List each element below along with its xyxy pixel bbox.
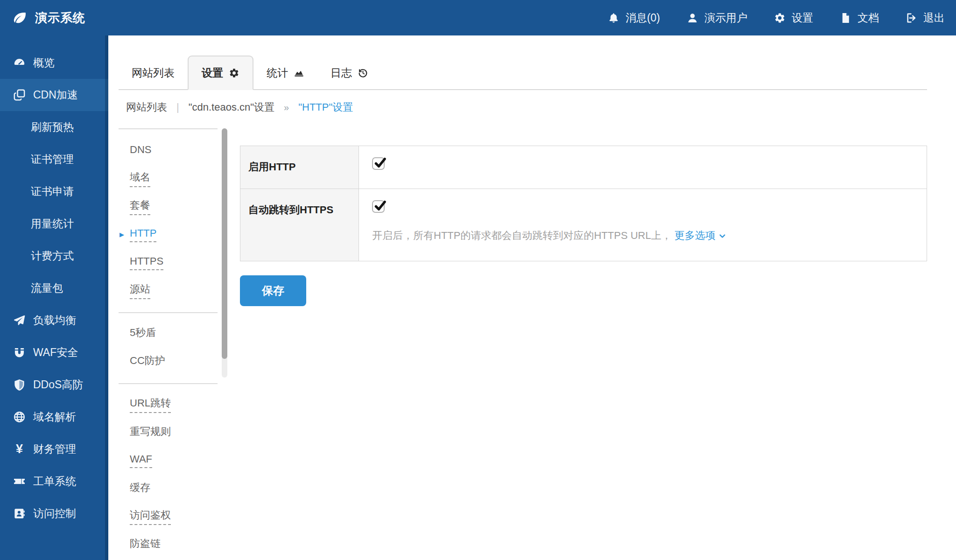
sidebar-item-label: 概览 — [33, 56, 55, 70]
sidebar-item[interactable]: 概览 — [0, 47, 108, 79]
content-body: DNS 域名 套餐 HTTP HTTPS — [119, 128, 927, 559]
sidebar-item[interactable]: WAF安全 — [0, 336, 108, 369]
sidebar-item-label: 计费方式 — [31, 249, 74, 263]
breadcrumb: 网站列表 | "cdn.teaos.cn"设置 » "HTTP"设置 — [126, 97, 927, 118]
more-options-label: 更多选项 — [675, 229, 716, 243]
leaf-icon — [13, 11, 27, 25]
submenu-item[interactable]: 域名 — [119, 165, 218, 193]
sidebar-item-label: 证书申请 — [31, 184, 74, 199]
submenu-item[interactable]: 套餐 — [119, 193, 218, 221]
breadcrumb-separator: | — [176, 101, 179, 113]
submenu-item-label: DNS — [130, 144, 151, 158]
submenu-item-label: 源站 — [130, 282, 150, 299]
submenu-item[interactable]: CC防护 — [119, 348, 218, 376]
settings-table: 启用HTTP — [240, 146, 927, 261]
topbar-item[interactable]: 设置 — [774, 11, 813, 25]
submenu-item-label: 重写规则 — [130, 425, 171, 441]
sidebar-item[interactable]: CDN加速 — [0, 79, 108, 111]
tab[interactable]: 统计 — [253, 56, 317, 90]
submenu-divider — [119, 312, 218, 313]
sidebar-item[interactable]: 证书管理 — [0, 143, 108, 175]
chevron-down-icon — [718, 231, 727, 240]
submenu-item[interactable]: 访问鉴权 — [119, 503, 218, 531]
submenu-item-label: 访问鉴权 — [130, 508, 171, 525]
submenu-scrollbar — [222, 128, 227, 378]
sidebar: 概览 CDN加速 刷新预热 证书管理 证书申请 用量统计 计费方式 — [0, 35, 108, 560]
sidebar-item[interactable]: ¥ 财务管理 — [0, 433, 108, 465]
app-logo[interactable]: 演示系统 — [0, 10, 85, 26]
sidebar-item-label: 访问控制 — [33, 506, 76, 521]
check-icon — [373, 199, 387, 212]
submenu-group-basic: DNS 域名 套餐 HTTP HTTPS — [119, 137, 218, 305]
save-button[interactable]: 保存 — [240, 275, 306, 306]
sidebar-item[interactable]: 用量统计 — [0, 208, 108, 240]
submenu-item[interactable]: WAF — [119, 447, 218, 475]
topbar-item[interactable]: 退出 — [906, 11, 945, 25]
submenu-item-label: 套餐 — [130, 198, 150, 215]
topbar-item[interactable]: 演示用户 — [687, 11, 747, 25]
clone-icon — [13, 89, 26, 101]
sidebar-item[interactable]: 域名解析 — [0, 401, 108, 433]
gauge-icon — [13, 56, 26, 69]
breadcrumb-site-settings[interactable]: "cdn.teaos.cn"设置 — [189, 100, 274, 114]
sidebar-item[interactable]: 计费方式 — [0, 240, 108, 272]
tab[interactable]: 网站列表 — [119, 56, 188, 90]
bell-icon — [608, 12, 619, 24]
submenu-item[interactable]: 重写规则 — [119, 419, 218, 447]
sidebar-item[interactable]: 刷新预热 — [0, 111, 108, 143]
settings-row: 自动跳转到HTTPS 开启后，所有HTTP的请求都会自动跳转到对应的HTTPS … — [240, 189, 927, 261]
user-icon — [687, 12, 698, 24]
ticket-icon — [13, 475, 26, 488]
chart-area-icon — [294, 68, 304, 78]
sidebar-item[interactable]: 工单系统 — [0, 465, 108, 497]
submenu-item-label: CC防护 — [130, 354, 165, 370]
submenu-group-protection: 5秒盾 CC防护 — [119, 320, 218, 376]
settings-row: 启用HTTP — [240, 146, 927, 189]
sidebar-item[interactable]: DDoS高防 — [0, 369, 108, 401]
setting-label: 启用HTTP — [240, 146, 359, 189]
sidebar-item[interactable]: 证书申请 — [0, 175, 108, 208]
submenu-item[interactable]: DNS — [119, 137, 218, 165]
gear-icon — [229, 68, 239, 78]
submenu-item[interactable]: 防盗链 — [119, 531, 218, 559]
submenu-item-label: 5秒盾 — [130, 326, 156, 342]
submenu-item-label: 域名 — [130, 170, 150, 187]
sidebar-item[interactable]: 流量包 — [0, 272, 108, 304]
breadcrumb-current[interactable]: "HTTP"设置 — [298, 100, 353, 114]
breadcrumb-site-list[interactable]: 网站列表 — [126, 100, 167, 114]
sidebar-item-label: DDoS高防 — [33, 378, 83, 392]
setting-checkbox[interactable] — [372, 157, 385, 170]
submenu-item[interactable]: HTTPS — [119, 249, 218, 277]
submenu-item[interactable]: 缓存 — [119, 475, 218, 503]
submenu-item[interactable]: URL跳转 — [119, 391, 218, 419]
topbar: 演示系统 消息(0) 演示用户 设置 文档 — [0, 0, 956, 35]
submenu-item[interactable]: HTTP — [119, 221, 218, 249]
file-icon — [840, 12, 851, 24]
submenu-item-label: WAF — [130, 453, 152, 468]
main-content: 网站列表 设置 统计 日志 网站列表 | "cdn.teaos.cn"设置 » … — [108, 35, 956, 560]
setting-checkbox[interactable] — [372, 200, 385, 213]
sidebar-item[interactable]: 访问控制 — [0, 497, 108, 530]
sidebar-item[interactable]: 负载均衡 — [0, 304, 108, 336]
submenu-divider — [119, 383, 218, 384]
topbar-item[interactable]: 文档 — [840, 11, 879, 25]
sidebar-item-label: 财务管理 — [33, 442, 76, 456]
tab-label: 设置 — [202, 66, 223, 80]
topbar-item[interactable]: 消息(0) — [608, 11, 660, 25]
topbar-item-label: 文档 — [858, 11, 879, 25]
more-options-link[interactable]: 更多选项 — [675, 229, 727, 243]
tab[interactable]: 设置 — [188, 56, 253, 90]
sidebar-item-label: WAF安全 — [33, 345, 78, 360]
yen-icon: ¥ — [13, 443, 26, 455]
submenu-item[interactable]: 源站 — [119, 277, 218, 305]
tab[interactable]: 日志 — [317, 56, 381, 90]
submenu-item-label: 防盗链 — [130, 537, 161, 553]
sign-out-icon — [906, 12, 917, 24]
breadcrumb-separator: » — [284, 102, 289, 113]
magnet-icon — [13, 346, 26, 359]
tab-label: 日志 — [330, 66, 352, 80]
submenu-item[interactable]: 5秒盾 — [119, 320, 218, 348]
tab-bar: 网站列表 设置 统计 日志 — [119, 55, 927, 90]
sidebar-item-label: 用量统计 — [31, 217, 74, 231]
scrollbar-thumb[interactable] — [222, 128, 227, 359]
